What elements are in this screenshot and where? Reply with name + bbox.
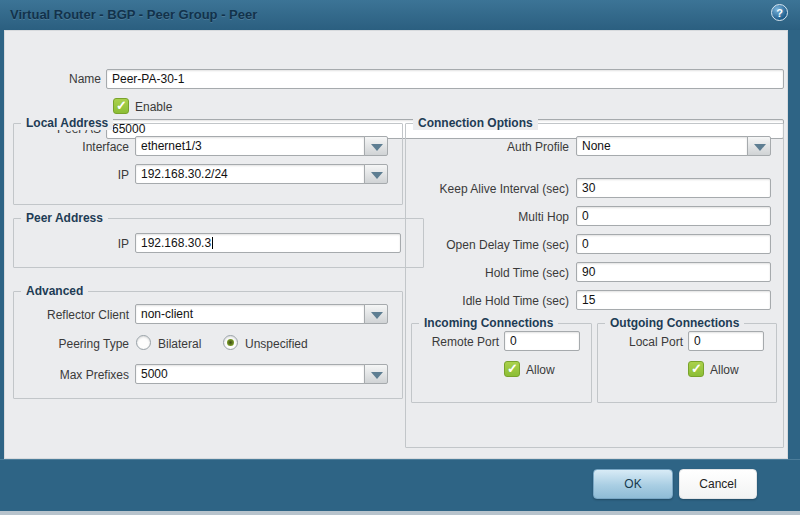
chevron-down-icon [754, 144, 766, 151]
advanced-legend: Advanced [21, 284, 88, 298]
max-prefixes-value[interactable] [135, 364, 365, 384]
peering-type-radio-bilateral[interactable] [136, 335, 151, 350]
chevron-down-icon [371, 144, 383, 151]
incoming-allow-label: Allow [526, 363, 555, 377]
dialog-bottom-shadow [0, 511, 800, 515]
local-address-legend: Local Address [21, 116, 113, 130]
incoming-allow-checkbox[interactable] [504, 361, 520, 377]
local-port-input[interactable] [688, 331, 764, 351]
peer-ip-input[interactable]: 192.168.30.3 [135, 233, 401, 253]
auth-profile-value[interactable] [576, 136, 748, 156]
reflector-client-label: Reflector Client [19, 308, 129, 322]
footer: OK Cancel [0, 459, 800, 511]
cancel-button[interactable]: Cancel [679, 469, 757, 499]
reflector-client-dropdown-button[interactable] [364, 304, 388, 324]
chevron-down-icon [371, 372, 383, 379]
auth-profile-dropdown[interactable] [576, 136, 771, 156]
dialog-title: Virtual Router - BGP - Peer Group - Peer [10, 7, 257, 22]
idle-hold-label: Idle Hold Time (sec) [409, 294, 569, 308]
peer-ip-label: IP [39, 237, 129, 251]
chevron-down-icon [371, 172, 383, 179]
multi-hop-label: Multi Hop [409, 210, 569, 224]
idle-hold-input[interactable] [576, 290, 771, 310]
auth-profile-dropdown-button[interactable] [747, 136, 771, 156]
text-caret [212, 237, 213, 249]
local-ip-value[interactable] [135, 164, 365, 184]
peering-type-unspecified-label: Unspecified [245, 337, 308, 351]
interface-value[interactable] [135, 136, 365, 156]
reflector-client-value[interactable] [135, 304, 365, 324]
local-ip-dropdown-button[interactable] [364, 164, 388, 184]
titlebar: Virtual Router - BGP - Peer Group - Peer… [0, 0, 800, 30]
bgp-peer-dialog: Virtual Router - BGP - Peer Group - Peer… [0, 0, 800, 515]
name-input[interactable] [106, 69, 784, 89]
outgoing-connections-legend: Outgoing Connections [605, 316, 744, 330]
keep-alive-input[interactable] [576, 178, 771, 198]
open-delay-input[interactable] [576, 234, 771, 254]
outgoing-allow-checkbox[interactable] [688, 361, 704, 377]
local-ip-label: IP [39, 168, 129, 182]
outgoing-allow-label: Allow [710, 363, 739, 377]
peering-type-bilateral-label: Bilateral [158, 337, 201, 351]
dialog-content: Name Enable Peer AS Local Address Interf… [4, 30, 788, 459]
keep-alive-label: Keep Alive Interval (sec) [409, 182, 569, 196]
reflector-client-dropdown[interactable] [135, 304, 388, 324]
enable-checkbox[interactable] [113, 98, 129, 114]
name-label: Name [31, 72, 101, 86]
interface-dropdown[interactable] [135, 136, 388, 156]
peer-ip-value: 192.168.30.3 [141, 236, 211, 250]
connection-options-legend: Connection Options [413, 116, 538, 130]
ok-button[interactable]: OK [593, 469, 673, 499]
max-prefixes-dropdown-button[interactable] [364, 364, 388, 384]
local-port-label: Local Port [601, 335, 683, 349]
max-prefixes-label: Max Prefixes [19, 368, 129, 382]
hold-time-label: Hold Time (sec) [409, 266, 569, 280]
hold-time-input[interactable] [576, 262, 771, 282]
multi-hop-input[interactable] [576, 206, 771, 226]
interface-dropdown-button[interactable] [364, 136, 388, 156]
enable-label: Enable [135, 100, 172, 114]
peering-type-label: Peering Type [19, 337, 129, 351]
auth-profile-label: Auth Profile [409, 140, 569, 154]
interface-label: Interface [39, 140, 129, 154]
remote-port-input[interactable] [504, 331, 580, 351]
help-icon[interactable]: ? [771, 4, 788, 21]
chevron-down-icon [371, 312, 383, 319]
max-prefixes-dropdown[interactable] [135, 364, 388, 384]
local-ip-dropdown[interactable] [135, 164, 388, 184]
remote-port-label: Remote Port [409, 335, 499, 349]
peering-type-radio-unspecified[interactable] [223, 335, 238, 350]
open-delay-label: Open Delay Time (sec) [409, 238, 569, 252]
incoming-connections-legend: Incoming Connections [419, 316, 558, 330]
peer-address-legend: Peer Address [21, 211, 108, 225]
